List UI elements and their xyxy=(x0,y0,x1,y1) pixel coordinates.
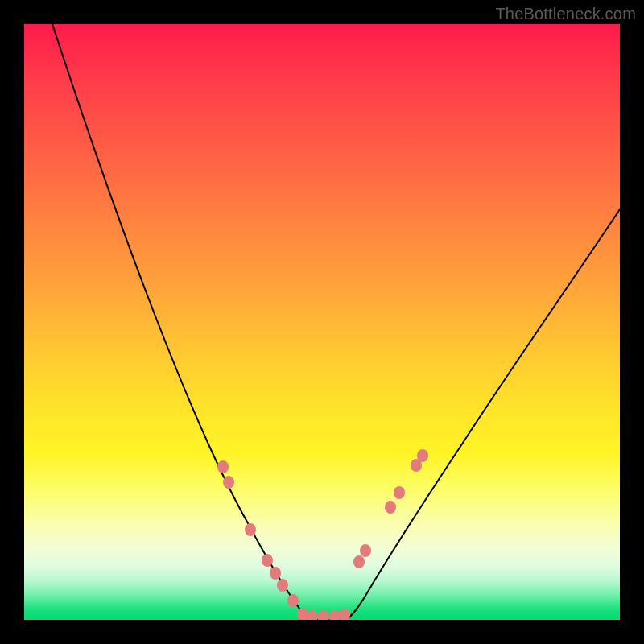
markers-left xyxy=(217,460,299,607)
marker-dot xyxy=(223,476,234,489)
marker-dot xyxy=(353,555,365,568)
marker-dot xyxy=(394,486,405,499)
chart-stage: TheBottleneck.com xyxy=(0,0,644,644)
marker-dot xyxy=(385,501,396,514)
chart-frame xyxy=(24,24,620,620)
marker-dot xyxy=(262,554,273,567)
curve-left xyxy=(52,24,318,620)
curve-right xyxy=(322,209,620,620)
marker-dot xyxy=(411,459,422,472)
marker-dot xyxy=(287,594,299,607)
markers-right xyxy=(353,449,428,568)
chart-overlay xyxy=(24,24,620,620)
marker-dot xyxy=(277,579,288,592)
marker-dot xyxy=(329,610,341,620)
marker-dot xyxy=(307,610,318,620)
markers-trough xyxy=(297,608,350,620)
marker-dot xyxy=(217,460,229,473)
marker-dot xyxy=(245,523,256,536)
marker-dot xyxy=(318,610,329,620)
marker-dot xyxy=(360,544,371,557)
marker-dot xyxy=(270,567,281,580)
watermark-text: TheBottleneck.com xyxy=(495,5,636,23)
marker-dot xyxy=(339,609,350,620)
marker-dot xyxy=(297,608,308,620)
